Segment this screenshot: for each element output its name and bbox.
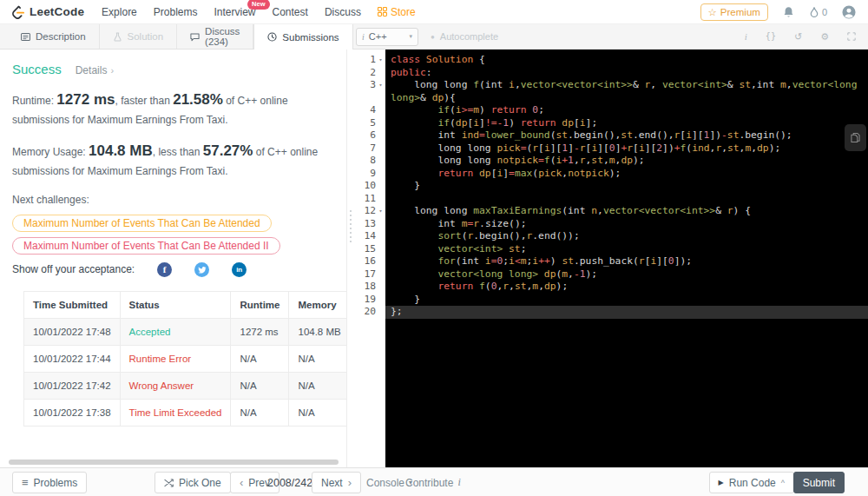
column-header: Runtime bbox=[231, 291, 289, 318]
status-cell[interactable]: Accepted bbox=[120, 318, 231, 345]
nav-item-explore[interactable]: Explore bbox=[102, 6, 137, 18]
runtime-value: 1272 ms bbox=[56, 91, 115, 108]
table-row: 10/01/2022 17:42Wrong AnswerN/AN/Acpp bbox=[24, 372, 348, 399]
problems-button[interactable]: ≡ Problems bbox=[12, 472, 87, 493]
code-line[interactable] bbox=[385, 193, 868, 206]
settings-gear-icon[interactable]: ⚙ bbox=[820, 32, 829, 42]
pick-one-button[interactable]: Pick One bbox=[155, 472, 231, 493]
code-line[interactable]: } bbox=[385, 294, 868, 307]
leetcode-logo[interactable]: LeetCode bbox=[12, 4, 84, 19]
code-line[interactable]: if(dp[i]!=-1) return dp[i]; bbox=[385, 117, 868, 130]
description-icon bbox=[21, 32, 30, 42]
twitter-share-icon[interactable] bbox=[194, 262, 209, 277]
store-grid-icon bbox=[378, 7, 387, 17]
challenge-pill[interactable]: Maximum Number of Events That Can Be Att… bbox=[12, 237, 280, 255]
submission-status[interactable]: Success bbox=[12, 62, 62, 76]
code-line[interactable]: return f(0,r,st,m,dp); bbox=[385, 281, 868, 294]
code-line[interactable]: vector<int> st; bbox=[385, 243, 868, 256]
fold-caret-spacer bbox=[376, 268, 385, 281]
line-number: 1▾ bbox=[354, 54, 385, 67]
memory-percentile: 57.27% bbox=[203, 142, 253, 159]
time-cell: 10/01/2022 17:38 bbox=[24, 399, 121, 426]
code-line[interactable]: long long f(int i,vector<vector<int>>& r… bbox=[385, 79, 868, 104]
premium-button[interactable]: ☆ Premium bbox=[700, 3, 768, 21]
linkedin-share-icon[interactable]: in bbox=[232, 262, 247, 277]
code-line[interactable]: } bbox=[385, 180, 868, 193]
code-line[interactable]: long long maxTaxiEarnings(int n,vector<v… bbox=[385, 205, 868, 218]
share-label: Show off your acceptance: bbox=[12, 263, 135, 275]
code-line[interactable]: }; bbox=[385, 306, 868, 319]
fold-caret-spacer bbox=[376, 104, 385, 117]
status-cell[interactable]: Wrong Answer bbox=[120, 372, 231, 399]
format-braces-icon[interactable]: {} bbox=[766, 32, 776, 41]
editor-info-icon[interactable]: i bbox=[745, 32, 747, 42]
status-cell[interactable]: Time Limit Exceeded bbox=[120, 399, 231, 426]
column-header: Time Submitted bbox=[24, 291, 121, 318]
autocomplete-dot-icon: ● bbox=[431, 33, 435, 41]
line-number: 20 bbox=[354, 306, 385, 319]
code-line[interactable]: for(int i=0;i<m;i++) st.push_back(r[i][0… bbox=[385, 255, 868, 268]
tab-solution[interactable]: Solution bbox=[100, 24, 178, 49]
code-line[interactable]: class Solution { bbox=[385, 54, 868, 67]
language-select[interactable]: i C++ ▾ bbox=[356, 28, 418, 46]
fold-caret-spacer bbox=[376, 155, 385, 168]
fold-caret-icon[interactable]: ▾ bbox=[376, 79, 385, 104]
code-line[interactable]: public: bbox=[385, 67, 868, 80]
navbar: LeetCode Explore Problems Interview New … bbox=[0, 0, 868, 24]
fullscreen-icon[interactable] bbox=[847, 32, 856, 41]
avatar[interactable] bbox=[842, 5, 856, 19]
line-number: 13 bbox=[354, 218, 385, 231]
fold-caret-spacer bbox=[376, 230, 385, 243]
horizontal-scrollbar[interactable] bbox=[9, 460, 339, 465]
play-icon: ▶ bbox=[719, 479, 724, 486]
column-header: Memory bbox=[289, 291, 347, 318]
chat-icon bbox=[190, 32, 200, 42]
autocomplete-toggle[interactable]: ● Autocomplete bbox=[431, 31, 498, 42]
notifications-bell-icon[interactable] bbox=[783, 6, 794, 18]
facebook-share-icon[interactable]: f bbox=[157, 262, 172, 277]
chevron-up-icon: ^ bbox=[781, 479, 785, 487]
selected-language: C++ bbox=[369, 31, 387, 42]
fold-caret-spacer bbox=[376, 243, 385, 256]
memory-cell: 104.8 MB bbox=[289, 318, 347, 345]
details-link[interactable]: Details› bbox=[76, 64, 114, 76]
code-line[interactable]: if(i>=m) return 0; bbox=[385, 104, 868, 117]
challenge-pill[interactable]: Maximum Number of Events That Can Be Att… bbox=[12, 215, 272, 232]
code-line[interactable]: int m=r.size(); bbox=[385, 218, 868, 231]
code-line[interactable]: long long notpick=f(i+1,r,st,m,dp); bbox=[385, 155, 868, 168]
info-icon: i bbox=[457, 476, 460, 489]
streak-counter[interactable]: 0 bbox=[809, 6, 827, 18]
line-number: 18 bbox=[354, 281, 385, 294]
nav-item-store[interactable]: Store bbox=[378, 6, 416, 18]
copy-code-button[interactable] bbox=[845, 124, 866, 151]
tab-description[interactable]: Description bbox=[7, 24, 100, 49]
status-cell[interactable]: Runtime Error bbox=[120, 345, 231, 372]
line-number: 19 bbox=[354, 294, 385, 307]
next-button[interactable]: Next › bbox=[312, 472, 361, 493]
tab-discuss[interactable]: Discuss (234) bbox=[177, 24, 253, 49]
time-cell: 10/01/2022 17:42 bbox=[24, 372, 121, 399]
nav-item-discuss[interactable]: Discuss bbox=[325, 6, 361, 18]
reset-code-icon[interactable]: ↺ bbox=[794, 32, 802, 42]
contribute-link[interactable]: Contribute i bbox=[405, 472, 461, 493]
nav-item-problems[interactable]: Problems bbox=[154, 6, 198, 18]
panel-resize-handle[interactable] bbox=[348, 210, 353, 242]
fold-caret-icon[interactable]: ▾ bbox=[376, 205, 385, 218]
nav-item-contest[interactable]: Contest bbox=[273, 6, 308, 18]
line-number: 4 bbox=[354, 104, 385, 117]
code-line[interactable]: long long pick=(r[i][1]-r[i][0]+r[i][2])… bbox=[385, 142, 868, 155]
flame-icon bbox=[809, 6, 819, 18]
code-line[interactable]: vector<long long> dp(m,-1); bbox=[385, 268, 868, 281]
code-editor[interactable]: 1▾class Solution {2public:3▾ long long f… bbox=[354, 50, 868, 467]
submit-button[interactable]: Submit bbox=[793, 472, 845, 493]
runtime-cell: N/A bbox=[231, 399, 289, 426]
code-line[interactable]: int ind=lower_bound(st.begin(),st.end(),… bbox=[385, 129, 868, 142]
nav-item-interview[interactable]: Interview New bbox=[214, 6, 255, 18]
fold-caret-icon[interactable]: ▾ bbox=[376, 54, 385, 67]
run-code-button[interactable]: ▶ Run Code ^ bbox=[709, 472, 794, 493]
runtime-summary: Runtime: 1272 ms, faster than 21.58% of … bbox=[12, 88, 337, 129]
code-line[interactable]: return dp[i]=max(pick,notpick); bbox=[385, 168, 868, 181]
brand-name: LeetCode bbox=[30, 5, 84, 18]
tab-submissions[interactable]: Submissions bbox=[253, 24, 352, 50]
code-line[interactable]: sort(r.begin(),r.end()); bbox=[385, 230, 868, 243]
